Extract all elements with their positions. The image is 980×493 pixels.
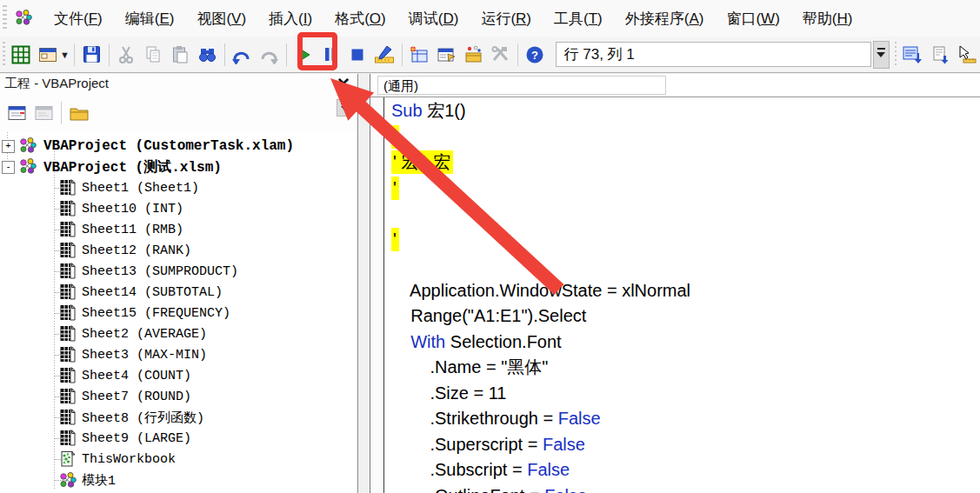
project-icon: [19, 137, 38, 155]
sheet-icon: [59, 346, 77, 363]
tree-item-sheet13[interactable]: Sheet13 (SUMPRODUCT): [0, 261, 357, 282]
undo-button[interactable]: [229, 41, 256, 68]
vba-app-icon: [11, 5, 37, 31]
menu-item-h[interactable]: 帮助(H): [791, 3, 864, 34]
sheet-icon: [59, 430, 77, 447]
cut-button[interactable]: [113, 41, 140, 68]
properties-window-button[interactable]: [433, 41, 460, 68]
tree-item-sheet14[interactable]: Sheet14 (SUBTOTAL): [0, 282, 357, 303]
project-explorer-button[interactable]: [406, 41, 433, 68]
menu-item-w[interactable]: 窗口(W): [715, 3, 790, 34]
tree-item-label: Sheet11 (RMB): [82, 223, 183, 237]
menu-item-f[interactable]: 文件(F): [43, 3, 114, 34]
project-panel-header: 工程 - VBAProject ✕: [0, 74, 357, 94]
menu-item-r[interactable]: 运行(R): [470, 3, 543, 34]
tree-item-sheet3[interactable]: Sheet3 (MAX-MIN): [0, 344, 357, 365]
toolbox-button[interactable]: [487, 41, 514, 68]
sheet-icon: [59, 367, 77, 384]
view-excel-icon: [11, 45, 30, 64]
tree-item-label: Sheet9 (LARGE): [82, 431, 191, 446]
tree-item-thisworkbook[interactable]: ThisWorkbook: [0, 449, 357, 470]
toolbar-separator: [109, 43, 110, 66]
tree-item-sheet12[interactable]: Sheet12 (RANK): [0, 240, 357, 261]
code-line: ': [391, 176, 980, 202]
tree-item-sheet8[interactable]: Sheet8 (行列函数): [0, 407, 357, 428]
toolbar-grip[interactable]: [895, 42, 897, 68]
tree-item-sheet9[interactable]: Sheet9 (LARGE): [0, 428, 357, 449]
tree-item-vbaproject[interactable]: +VBAProject (CustomerTask.xlam): [0, 136, 357, 157]
reset-button[interactable]: [344, 41, 371, 68]
menu-item-v[interactable]: 视图(V): [185, 3, 257, 34]
sheet-icon: [59, 221, 77, 238]
menu-item-i[interactable]: 插入(I): [257, 3, 323, 34]
tree-item-sheet7[interactable]: Sheet7 (ROUND): [0, 386, 357, 407]
project-explorer-panel: 工程 - VBAProject ✕ +VBAProject (CustomerT…: [0, 74, 358, 493]
panel-overflow-button[interactable]: [337, 99, 352, 117]
tree-item-label: Sheet7 (ROUND): [82, 390, 191, 404]
help-button[interactable]: ?: [522, 41, 549, 68]
dropdown-caret-icon[interactable]: ▼: [60, 50, 70, 60]
expand-icon[interactable]: +: [2, 140, 15, 153]
tree-item-label: ThisWorkbook: [82, 452, 176, 467]
insert-userform-button[interactable]: [35, 41, 62, 68]
toolbar-grip[interactable]: [3, 5, 7, 31]
break-button[interactable]: [317, 41, 344, 68]
menu-item-o[interactable]: 格式(O): [323, 3, 397, 34]
view-code-button[interactable]: [3, 100, 30, 127]
tree-item-sheet4[interactable]: Sheet4 (COUNT): [0, 365, 357, 386]
close-icon[interactable]: ✕: [337, 76, 350, 92]
sheet-icon: [59, 283, 77, 301]
menu-item-d[interactable]: 调试(D): [397, 3, 470, 34]
copy-button[interactable]: [140, 41, 167, 68]
menu-item-t[interactable]: 工具(T): [543, 3, 614, 34]
tree-item-sheet2[interactable]: Sheet2 (AVERAGE): [0, 323, 357, 344]
tree-item-label: Sheet1 (Sheet1): [82, 181, 199, 196]
insert-userform-icon: [38, 46, 57, 63]
view-object-button[interactable]: [30, 100, 57, 127]
undo-icon: [231, 45, 252, 64]
tree-item-vbaproject[interactable]: -VBAProject (测试.xlsm): [0, 157, 357, 177]
design-mode-button[interactable]: [371, 41, 398, 68]
design-mode-icon: [374, 45, 395, 64]
tree-item-label: Sheet3 (MAX-MIN): [82, 348, 207, 363]
tree-item-sheet1[interactable]: Sheet1 (Sheet1): [0, 177, 357, 198]
object-dropdown[interactable]: (通用): [377, 76, 666, 95]
module-export-button[interactable]: [926, 41, 953, 68]
toolbar-separator: [224, 43, 225, 66]
menu-item-a[interactable]: 外接程序(A): [614, 3, 716, 34]
redo-button[interactable]: [256, 41, 283, 68]
find-icon: [197, 46, 217, 63]
tree-item-sheet15[interactable]: Sheet15 (FREQUENCY): [0, 303, 357, 323]
sheet-icon: [59, 242, 77, 259]
collapse-icon[interactable]: -: [2, 161, 15, 174]
tree-item-label: Sheet8 (行列函数): [82, 410, 204, 426]
find-button[interactable]: [194, 41, 221, 68]
paste-button[interactable]: [167, 41, 194, 68]
tree-item-模块1[interactable]: 模块1: [0, 470, 357, 490]
menu-item-e[interactable]: 编辑(E): [114, 3, 186, 34]
code-line: .Size = 11: [391, 381, 980, 407]
run-button[interactable]: [290, 41, 317, 68]
code-editor[interactable]: Sub 宏1()'' 宏1 宏' ' Application.WindowSta…: [370, 97, 980, 493]
toolbar-separator: [402, 43, 403, 66]
object-browser-icon: [463, 45, 483, 63]
indent-guide-button[interactable]: [953, 41, 980, 68]
toolbar-separator: [517, 43, 518, 66]
view-excel-button[interactable]: [8, 41, 35, 68]
toolbar-separator: [61, 102, 62, 124]
tree-item-sheet11[interactable]: Sheet11 (RMB): [0, 219, 357, 240]
tree-item-sheet10[interactable]: Sheet10 (INT): [0, 198, 357, 219]
tree-item-label: VBAProject (CustomerTask.xlam): [43, 138, 294, 154]
toolbar-grip[interactable]: [3, 42, 5, 68]
tree-item-label: Sheet13 (SUMPRODUCT): [82, 264, 238, 279]
comment-block-button[interactable]: [899, 41, 926, 68]
tree-item-label: Sheet4 (COUNT): [82, 369, 191, 383]
page-down-icon: [930, 45, 950, 64]
toolbar-overflow-button[interactable]: [873, 41, 890, 69]
comment-window-icon: [902, 45, 923, 64]
code-line: [391, 252, 980, 278]
toggle-folders-button[interactable]: [65, 100, 92, 127]
save-button[interactable]: [78, 41, 105, 68]
toolbox-icon: [490, 45, 510, 63]
object-browser-button[interactable]: [460, 41, 487, 68]
